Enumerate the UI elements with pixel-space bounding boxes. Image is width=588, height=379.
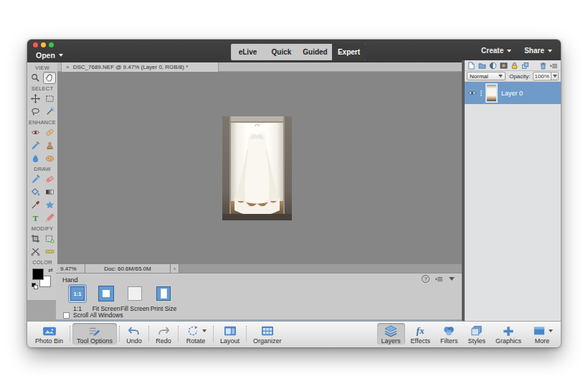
link-layers-icon[interactable]: [521, 62, 529, 70]
taskbar-layers-button[interactable]: Layers: [377, 323, 405, 345]
taskbar-graphics-button[interactable]: Graphics: [491, 323, 526, 345]
eyedropper-tool-button[interactable]: [29, 199, 42, 211]
taskbar-styles-button[interactable]: Styles: [463, 323, 490, 345]
help-icon[interactable]: ?: [422, 275, 430, 283]
marquee-tool-button[interactable]: [43, 93, 56, 105]
paint-bucket-tool-button[interactable]: [29, 186, 42, 198]
document-tab[interactable]: × DSC_7689.NEF @ 9.47% (Layer 0, RGB/8) …: [61, 62, 219, 72]
panel-menu-icon[interactable]: [550, 62, 558, 70]
mode-tab-expert[interactable]: Expert: [332, 44, 366, 60]
zoom-level-field[interactable]: 9.47%: [57, 264, 85, 273]
brush-tool-button[interactable]: [29, 173, 42, 185]
styles-icon: [469, 325, 485, 337]
layer-row[interactable]: Layer 0: [465, 82, 561, 104]
move-tool-icon: [31, 94, 40, 103]
create-button[interactable]: Create: [481, 47, 511, 55]
canvas-image: [222, 116, 292, 220]
hand-tool-icon: [45, 73, 54, 83]
fit-screen-button[interactable]: Fit Screen: [92, 284, 120, 312]
mode-tab-elive[interactable]: eLive: [231, 44, 265, 60]
sponge-tool-button[interactable]: [43, 152, 56, 164]
straighten-tool-button[interactable]: [43, 245, 56, 258]
foreground-color-well[interactable]: [32, 268, 44, 280]
opacity-value: 100%: [534, 73, 551, 80]
crop-tool-button[interactable]: [29, 233, 42, 245]
status-disclosure-button[interactable]: ›: [171, 264, 179, 273]
gradient-tool-button[interactable]: [43, 186, 56, 198]
close-tab-icon[interactable]: ×: [66, 65, 70, 70]
pencil-tool-button[interactable]: [43, 212, 56, 224]
layer-mask-icon[interactable]: [500, 62, 508, 70]
marquee-tool-icon: [45, 94, 54, 103]
taskbar-organizer-button[interactable]: Organizer: [249, 323, 286, 345]
taskbar-tool-options-button[interactable]: Tool Options: [72, 323, 117, 345]
app-window: Open eLiveQuickGuidedExpert Create Share…: [27, 39, 561, 347]
toolbox-section-label: VIEW: [27, 65, 57, 71]
straighten-tool-icon: [45, 247, 54, 256]
taskbar-item-label: Organizer: [253, 337, 282, 345]
lasso-tool-button[interactable]: [29, 106, 42, 118]
checkbox[interactable]: [63, 312, 70, 319]
blend-mode-select[interactable]: Normal: [467, 72, 506, 80]
move-tool-button[interactable]: [29, 93, 42, 105]
layer-thumbnail[interactable]: [485, 83, 498, 103]
taskbar-layout-button[interactable]: Layout: [216, 323, 244, 345]
content-aware-move-tool-button[interactable]: [29, 245, 42, 258]
taskbar-effects-button[interactable]: fxEffects: [407, 323, 435, 345]
quick-selection-tool-button[interactable]: [43, 106, 56, 118]
minimize-window-button[interactable]: [41, 42, 46, 47]
print-size-button[interactable]: Print Size: [149, 284, 178, 312]
recompose-tool-button[interactable]: [43, 233, 56, 245]
panel-menu-icon[interactable]: [435, 275, 443, 283]
default-colors-icon[interactable]: [32, 283, 38, 289]
spot-healing-tool-button[interactable]: [43, 126, 56, 139]
new-group-icon[interactable]: [478, 62, 486, 70]
taskbar-filters-button[interactable]: Filters: [436, 323, 463, 345]
close-window-button[interactable]: [33, 42, 38, 47]
clone-stamp-tool-button[interactable]: [43, 139, 56, 151]
taskbar-photo-bin-button[interactable]: Photo Bin: [31, 323, 67, 345]
layout-icon: [222, 325, 238, 337]
layer-visibility-eye-icon[interactable]: [468, 90, 477, 96]
taskbar: Photo BinTool OptionsUndoRedoRotateLayou…: [27, 321, 561, 347]
delete-layer-icon[interactable]: [539, 62, 547, 70]
opacity-dropdown-button[interactable]: [551, 72, 558, 80]
print-size-icon: [154, 284, 173, 303]
fill-screen-button[interactable]: Fill Screen: [120, 284, 149, 312]
taskbar-item-label: Layers: [381, 337, 401, 345]
toolbox-footer: [27, 300, 56, 321]
mode-tab-guided[interactable]: Guided: [298, 44, 332, 60]
scroll-all-windows-option[interactable]: Scroll All Windows: [63, 312, 123, 319]
open-button[interactable]: Open: [36, 50, 63, 61]
tool-options-title: Hand: [62, 276, 78, 284]
red-eye-tool-button[interactable]: [29, 126, 42, 139]
taskbar-more-button[interactable]: More: [527, 323, 557, 345]
share-button[interactable]: Share: [524, 47, 552, 55]
type-tool-button[interactable]: T: [29, 212, 42, 224]
eraser-tool-button[interactable]: [43, 173, 56, 185]
blur-tool-button[interactable]: [29, 152, 42, 164]
adjustment-layer-icon[interactable]: [489, 62, 497, 70]
lock-icon[interactable]: [511, 62, 518, 70]
taskbar-undo-button[interactable]: Undo: [122, 323, 146, 345]
chevron-down-icon: [202, 329, 207, 332]
lasso-tool-icon: [31, 107, 40, 116]
document-canvas[interactable]: [57, 72, 462, 264]
type-tool-icon: T: [31, 213, 40, 223]
mode-tab-quick[interactable]: Quick: [265, 44, 298, 60]
hand-tool-button[interactable]: [43, 72, 56, 84]
new-layer-icon[interactable]: [468, 62, 475, 70]
content-aware-move-tool-icon: [31, 247, 40, 256]
toolbox-section-grid: T: [27, 173, 57, 224]
zoom-window-button[interactable]: [49, 42, 54, 47]
taskbar-rotate-button[interactable]: Rotate: [181, 323, 211, 345]
taskbar-right-group: LayersfxEffectsFiltersStylesGraphicsMore: [376, 323, 558, 345]
zoom-tool-button[interactable]: [29, 72, 42, 84]
one-to-one-button[interactable]: 1:11:1: [63, 284, 92, 312]
smart-brush-tool-button[interactable]: [29, 139, 42, 151]
taskbar-redo-button[interactable]: Redo: [151, 323, 176, 345]
opacity-combo[interactable]: 100%: [533, 72, 559, 80]
shape-tool-button[interactable]: [43, 199, 56, 211]
swap-colors-icon[interactable]: ⇄: [48, 268, 53, 273]
collapse-panel-icon[interactable]: [449, 277, 455, 281]
